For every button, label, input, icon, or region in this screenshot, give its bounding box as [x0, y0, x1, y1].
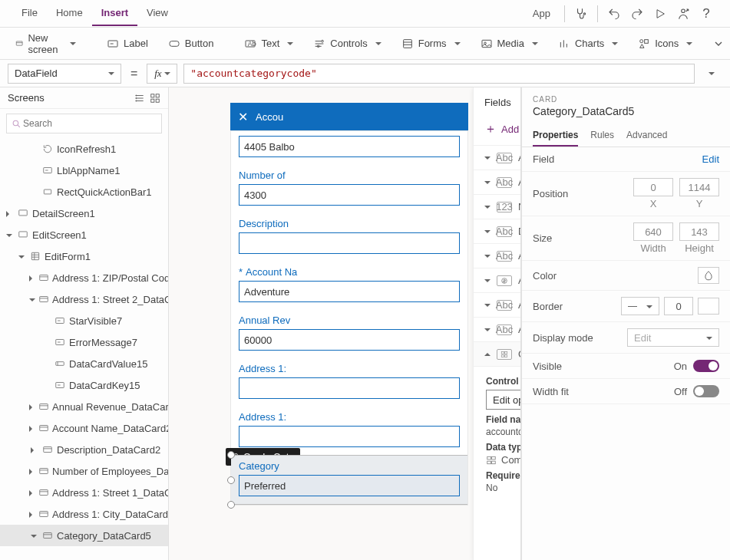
tree-row[interactable]: RectQuickActionBar1 [0, 181, 168, 203]
field-item[interactable]: AbcDescription [474, 219, 521, 243]
width-input[interactable]: 640 [633, 222, 673, 241]
rect-icon [41, 186, 54, 198]
form-input[interactable] [239, 232, 460, 254]
add-field-button[interactable]: ＋Add field [484, 121, 521, 137]
field-item[interactable]: AbcAddress 1: ZIP/Postal Code [474, 317, 521, 341]
control-type-select[interactable]: Edit option set single-select [486, 390, 521, 410]
displaymode-dropdown[interactable]: Edit [627, 328, 719, 347]
card-icon [38, 508, 49, 520]
svg-rect-39 [44, 533, 52, 539]
help-icon[interactable]: ? [695, 2, 718, 25]
svg-rect-24 [19, 210, 28, 216]
tree-row[interactable]: Annual Revenue_DataCard2 [0, 396, 168, 417]
card-icon [38, 486, 49, 499]
label-button[interactable]: Label [99, 33, 156, 54]
field-item[interactable]: AbcAddress 1: City [474, 145, 521, 170]
field-item[interactable]: AbcAccount Name [474, 243, 521, 268]
tree-row[interactable]: Number of Employees_Data [0, 460, 168, 482]
media-menu[interactable]: Media [473, 33, 546, 54]
form-input[interactable]: Adventure [239, 281, 460, 302]
chevron-down-icon [484, 250, 491, 262]
widthfit-toggle[interactable] [693, 385, 719, 397]
border-color-swatch[interactable] [698, 298, 719, 315]
menu-home[interactable]: Home [47, 1, 92, 26]
tree-row[interactable]: IconRefresh1 [0, 138, 168, 160]
form-input[interactable]: 60000 [239, 329, 460, 351]
tree-row[interactable]: EditForm1 [0, 245, 168, 267]
menu-file[interactable]: File [12, 1, 47, 26]
tree-search[interactable] [6, 114, 162, 133]
svg-rect-27 [40, 275, 48, 281]
screens-title: Screens [8, 92, 45, 104]
preview-icon[interactable] [649, 2, 672, 25]
forms-menu[interactable]: Forms [394, 33, 468, 54]
tree-row[interactable]: Account Name_DataCard2 [0, 417, 168, 439]
property-selector[interactable]: DataField [8, 64, 121, 84]
border-style-dropdown[interactable]: — [621, 297, 659, 315]
field-item[interactable]: AbcAddress 1: Street 1 [474, 170, 521, 194]
pos-y-input[interactable]: 1144 [679, 178, 719, 196]
tree-row[interactable]: Address 1: ZIP/Postal Code_ [0, 267, 168, 288]
tree-row[interactable]: Address 1: Street 2_DataCar [0, 288, 168, 310]
new-screen-button[interactable]: New screen [8, 28, 84, 60]
tree-label: IconRefresh1 [57, 143, 116, 155]
formula-input[interactable]: "accountcategorycode" [183, 64, 695, 84]
button-button[interactable]: Button [160, 33, 222, 54]
form-input[interactable] [239, 426, 460, 447]
text-menu[interactable]: Abc Text [236, 33, 301, 54]
tree-label: RectQuickActionBar1 [57, 186, 152, 198]
share-icon[interactable] [672, 2, 695, 25]
tree-row[interactable]: Description_DataCard2 [0, 439, 168, 460]
tree-row[interactable]: StarVisible7 [0, 310, 168, 331]
tree-row[interactable]: LblAppName1 [0, 160, 168, 181]
icons-menu[interactable]: Icons [630, 33, 700, 54]
menu-insert[interactable]: Insert [92, 1, 137, 26]
tree-row[interactable]: DataCardKey15 [0, 374, 168, 396]
tree-row[interactable]: EditScreen1 [0, 224, 168, 245]
tree-row[interactable]: DataCardValue15 [0, 353, 168, 374]
tree-row[interactable]: ErrorMessage7 [0, 331, 168, 353]
color-swatch[interactable] [698, 267, 719, 284]
field-item[interactable]: Annual Revenue [474, 268, 521, 292]
tree-row[interactable]: Category_DataCard5 [0, 525, 168, 546]
height-input[interactable]: 143 [679, 222, 719, 241]
tab-advanced[interactable]: Advanced [626, 125, 667, 147]
svg-point-7 [322, 40, 324, 42]
selected-card[interactable]: Category Preferred [231, 455, 467, 505]
tree-search-input[interactable] [21, 117, 157, 130]
form-input[interactable] [239, 377, 460, 399]
tree-row[interactable]: Address 1: City_DataCard2 [0, 503, 168, 525]
pos-x-input[interactable]: 0 [633, 178, 673, 196]
formula-expand[interactable] [701, 63, 722, 84]
type-icon: Abc [497, 251, 512, 262]
tab-properties[interactable]: Properties [533, 125, 578, 147]
close-icon[interactable]: ✕ [238, 110, 248, 124]
field-item-expanded[interactable]: Category··· [474, 341, 521, 366]
controls-menu[interactable]: Controls [306, 33, 388, 54]
svg-rect-25 [19, 232, 28, 237]
diagnostics-icon[interactable] [570, 2, 593, 25]
card-title: Category_DataCard5 [533, 105, 719, 117]
undo-icon[interactable] [603, 2, 626, 25]
thumbnail-icon[interactable] [150, 93, 160, 104]
app-menu[interactable]: App [524, 2, 560, 25]
visible-toggle[interactable] [693, 360, 719, 372]
svg-rect-31 [56, 362, 64, 366]
tree-row[interactable]: DetailScreen1 [0, 203, 168, 224]
card-icon [38, 465, 49, 477]
tab-rules[interactable]: Rules [590, 125, 614, 147]
field-item[interactable]: AbcAddress 1: Street 2 [474, 292, 521, 317]
form-input[interactable]: 4405 Balbo [239, 136, 460, 157]
fx-button[interactable]: fx [147, 64, 177, 84]
redo-icon[interactable] [626, 2, 649, 25]
tree-row[interactable]: Address 1: Street 1_DataCar [0, 482, 168, 503]
overflow-button[interactable] [705, 33, 730, 54]
menu-view[interactable]: View [137, 1, 177, 26]
charts-menu[interactable]: Charts [550, 33, 626, 54]
edit-field-link[interactable]: Edit [702, 153, 719, 165]
form-input[interactable]: Preferred [239, 475, 460, 496]
field-item[interactable]: 123Number of Employees [474, 194, 521, 219]
border-width-input[interactable]: 0 [664, 297, 693, 315]
tree-options-icon[interactable] [134, 93, 145, 104]
form-input[interactable]: 4300 [239, 184, 460, 206]
